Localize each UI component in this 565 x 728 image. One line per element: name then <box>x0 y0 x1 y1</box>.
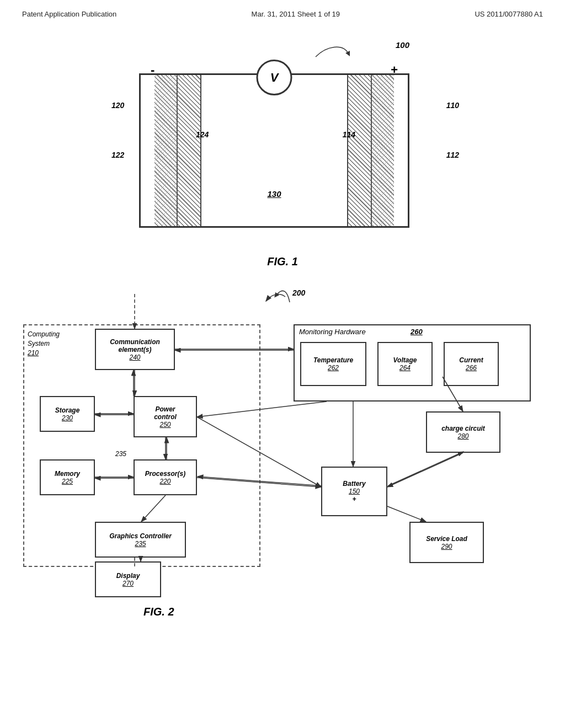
fig2-container: Computing System 210 Communication eleme… <box>23 291 542 600</box>
computing-system-label: Computing System 210 <box>28 330 60 357</box>
fig1-caption: FIG. 1 <box>33 255 532 268</box>
fig2-caption: FIG. 2 <box>22 606 543 618</box>
label-235: 235 <box>115 450 126 458</box>
graphics-controller-box: Graphics Controller 235 <box>95 522 186 558</box>
svg-line-23 <box>387 453 463 487</box>
memory-box: Memory 225 <box>40 459 95 495</box>
fig1-container: 100 V - + <box>128 40 437 250</box>
fig2-section: 200 Computing System 210 Communication e… <box>0 277 565 629</box>
voltage-box: Voltage 264 <box>377 342 433 386</box>
patent-header: Patent Application Publication Mar. 31, … <box>0 0 565 24</box>
label-100: 100 <box>396 40 409 50</box>
temperature-box: Temperature 262 <box>300 342 366 386</box>
storage-box: Storage 230 <box>40 396 95 432</box>
header-center: Mar. 31, 2011 Sheet 1 of 19 <box>252 10 340 18</box>
label-120: 120 <box>111 101 124 110</box>
label-110: 110 <box>446 101 459 110</box>
header-right: US 2011/0077880 A1 <box>475 10 543 18</box>
communication-box: Communication element(s) 240 <box>95 329 175 370</box>
processor-box: Processor(s) 220 <box>134 459 197 495</box>
header-left: Patent Application Publication <box>22 10 116 18</box>
monitoring-hardware-box: Monitoring Hardware 260 Temperature 262 … <box>294 324 531 402</box>
svg-line-24 <box>388 452 463 486</box>
svg-line-25 <box>387 506 426 522</box>
fig1-section: 100 V - + <box>0 24 565 277</box>
label-122: 122 <box>111 151 124 159</box>
label-112: 112 <box>446 151 459 159</box>
power-control-box: Power control 250 <box>134 396 197 437</box>
electrode-left-inner <box>154 75 178 226</box>
battery-outer: V - + 124 114 130 <box>139 73 409 228</box>
label-130: 130 <box>267 189 281 199</box>
label-124: 124 <box>196 130 209 139</box>
charge-circuit-box: charge circuit 280 <box>426 411 500 453</box>
voltmeter: V <box>257 60 292 95</box>
label-114: 114 <box>343 130 355 139</box>
electrode-right-inner <box>371 75 394 226</box>
current-box: Current 266 <box>444 342 499 386</box>
display-box: Display 270 <box>95 561 161 597</box>
battery-box: Battery 150 + <box>321 467 387 516</box>
service-load-box: Service Load 290 <box>409 522 484 563</box>
